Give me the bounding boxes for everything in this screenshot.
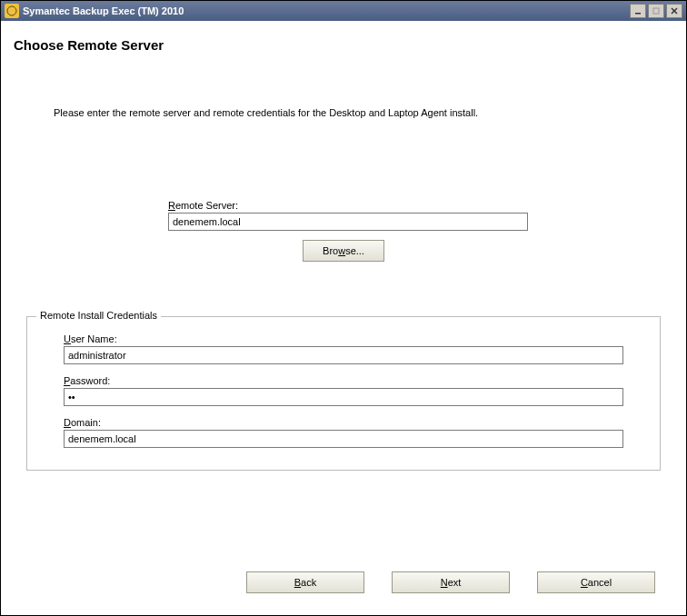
page-title: Choose Remote Server [14, 37, 673, 53]
password-field: Password: [64, 375, 623, 406]
remote-server-label: Remote Server: [168, 200, 528, 211]
wizard-buttons: Back Next Cancel [14, 571, 673, 602]
titlebar[interactable]: Symantec Backup Exec (TM) 2010 [1, 1, 686, 21]
cancel-button[interactable]: Cancel [537, 571, 655, 593]
installer-window: Symantec Backup Exec (TM) 2010 Choose Re… [0, 0, 687, 616]
password-label: Password: [64, 375, 623, 386]
window-title: Symantec Backup Exec (TM) 2010 [23, 5, 630, 16]
instruction-text: Please enter the remote server and remot… [54, 107, 673, 118]
content-area: Choose Remote Server Please enter the re… [1, 21, 686, 615]
credentials-legend: Remote Install Credentials [36, 310, 161, 321]
back-button[interactable]: Back [246, 571, 364, 593]
domain-label: Domain: [64, 417, 623, 428]
window-controls [630, 4, 682, 18]
credentials-fieldset: Remote Install Credentials User Name: Pa… [26, 316, 661, 471]
app-icon [5, 4, 19, 18]
domain-field: Domain: [64, 417, 623, 448]
next-button[interactable]: Next [392, 571, 510, 593]
domain-input[interactable] [64, 430, 623, 448]
username-input[interactable] [64, 346, 623, 364]
close-button[interactable] [666, 4, 682, 18]
remote-server-input[interactable] [168, 213, 528, 231]
minimize-button[interactable] [630, 4, 646, 18]
svg-rect-2 [653, 8, 659, 14]
browse-button[interactable]: Browse... [303, 240, 384, 262]
svg-rect-1 [635, 13, 641, 15]
username-field: User Name: [64, 333, 623, 364]
username-label: User Name: [64, 333, 623, 344]
browse-row: Browse... [14, 240, 673, 262]
svg-point-0 [7, 6, 16, 15]
remote-server-block: Remote Server: [168, 200, 528, 231]
password-input[interactable] [64, 388, 623, 406]
maximize-button[interactable] [648, 4, 664, 18]
